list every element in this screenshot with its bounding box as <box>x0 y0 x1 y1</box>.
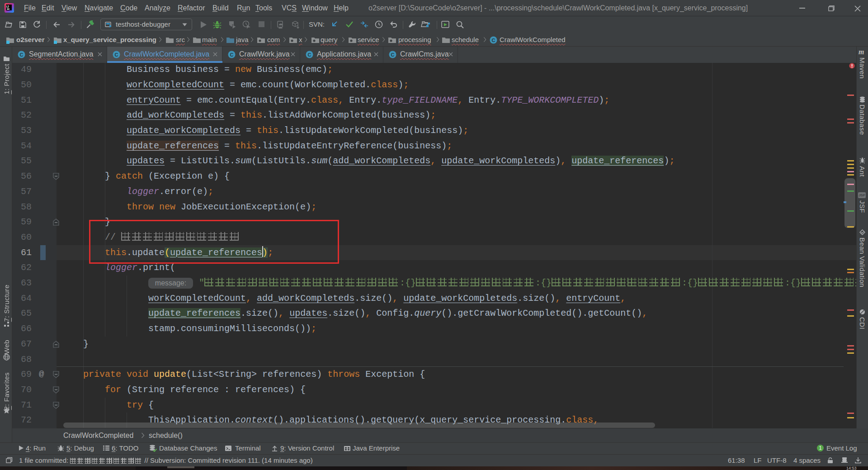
svg-text:C: C <box>308 52 311 57</box>
svg-text:C: C <box>492 38 495 43</box>
svg-text:C: C <box>230 52 234 57</box>
svg-text:C: C <box>391 52 395 57</box>
svg-text:C: C <box>20 52 24 57</box>
svg-text:C: C <box>115 52 118 57</box>
